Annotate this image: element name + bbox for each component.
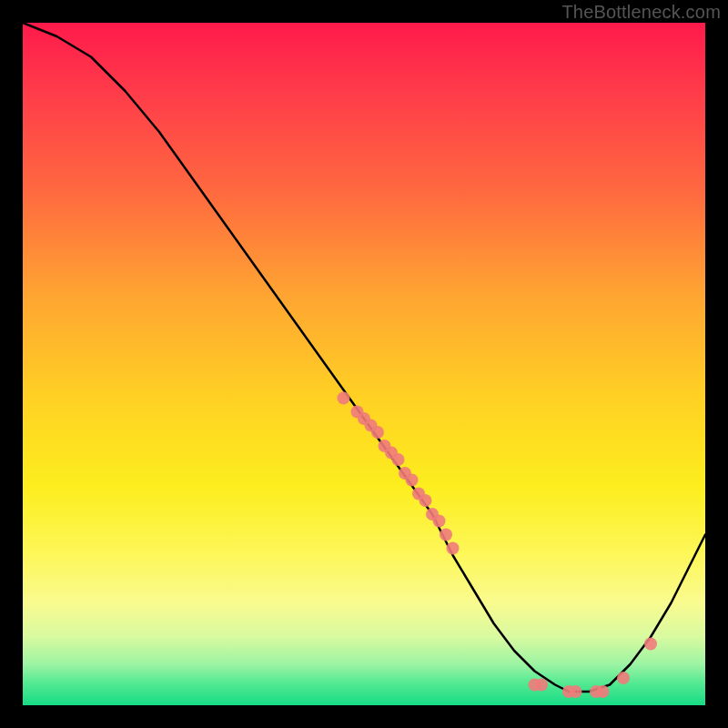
data-point: [597, 685, 610, 698]
data-point: [338, 392, 350, 405]
data-point: [447, 542, 460, 555]
data-point: [406, 474, 419, 487]
chart-svg: [23, 23, 705, 705]
data-point: [570, 685, 582, 698]
chart-frame: TheBottleneck.com: [0, 0, 728, 728]
data-point: [371, 426, 384, 439]
data-point: [617, 672, 630, 684]
data-points: [338, 392, 658, 699]
watermark-text: TheBottleneck.com: [561, 2, 721, 23]
bottleneck-curve: [23, 23, 705, 692]
data-point: [440, 529, 452, 541]
plot-area: [23, 23, 705, 705]
data-point: [433, 515, 446, 528]
data-point: [392, 453, 405, 466]
data-point: [420, 494, 432, 507]
data-point: [644, 638, 657, 651]
data-point: [535, 679, 548, 692]
